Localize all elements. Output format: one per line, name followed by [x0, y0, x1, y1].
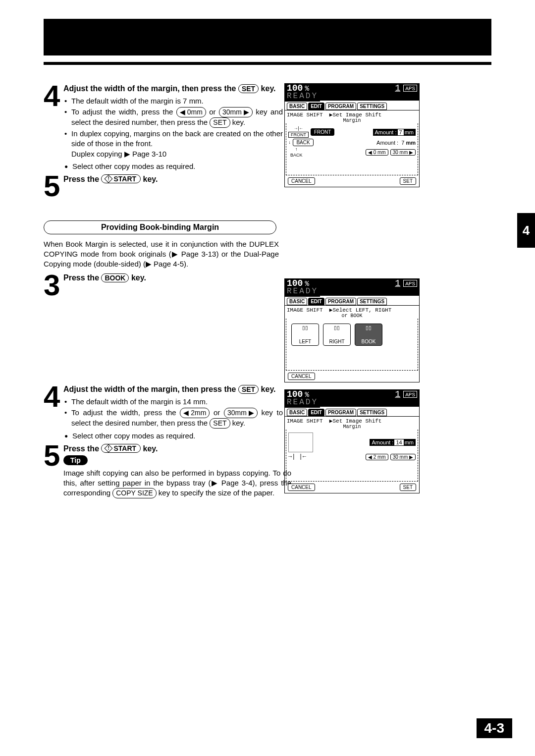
lcd-figure-2: 100 % READY 1 APS BASIC EDIT PROGRAM SET…: [284, 278, 420, 382]
dec-button[interactable]: ◀ 0 mm: [366, 149, 388, 156]
front-button[interactable]: FRONT: [311, 128, 334, 136]
tab-program[interactable]: PROGRAM: [325, 409, 356, 416]
tab-program[interactable]: PROGRAM: [325, 103, 356, 110]
amount: Amount :14mm: [370, 439, 416, 446]
copies: 1: [394, 390, 401, 407]
tab-settings[interactable]: SETTINGS: [357, 103, 387, 110]
tab-edit[interactable]: EDIT: [308, 103, 324, 110]
start-key: START: [101, 444, 141, 453]
lcd-figure-1: 100 % READY 1 APS BASIC EDIT PROGRAM SET…: [284, 83, 420, 187]
bullet: To adjust the width, press the ◀ 2mm or …: [64, 408, 283, 429]
bullet: The default width of the margin is 7 mm.: [64, 96, 283, 106]
bullet: To adjust the width, press the ◀ 0mm or …: [64, 107, 283, 128]
cancel-button[interactable]: CANCEL: [288, 484, 315, 491]
breadcrumb: IMAGE SHIFT: [287, 112, 323, 118]
set-key: SET: [238, 84, 259, 93]
copy-size-key: COPY SIZE: [112, 488, 156, 498]
dec-key: ◀ 2mm: [180, 408, 210, 418]
step-number: 5: [44, 173, 62, 199]
tip-badge: Tip: [63, 455, 88, 465]
note: Select other copy modes as required.: [64, 432, 283, 440]
step-title: Adjust the width of the margin, then pre…: [63, 84, 283, 93]
horizontal-rule: [44, 62, 491, 65]
breadcrumb: IMAGE SHIFT: [287, 307, 323, 313]
step-title: Press the START key.: [63, 444, 283, 453]
step-number: 5: [44, 443, 62, 468]
note: Select other copy modes as required.: [64, 162, 283, 170]
set-key: SET: [210, 418, 230, 429]
tab-basic[interactable]: BASIC: [287, 298, 307, 305]
sub-breadcrumb: Margin: [285, 118, 419, 123]
subheading: Providing Book-binding Margin: [44, 220, 276, 234]
set-button[interactable]: SET: [400, 484, 416, 491]
copies: 1: [394, 279, 401, 296]
tab-basic[interactable]: BASIC: [287, 409, 307, 416]
set-button[interactable]: SET: [400, 177, 416, 185]
inc-button[interactable]: 30 mm ▶: [390, 454, 416, 460]
step-3b: 3 Press the BOOK key.: [44, 272, 492, 298]
tab-settings[interactable]: SETTINGS: [357, 298, 387, 305]
opt-book[interactable]: ▯▯BOOK: [355, 324, 382, 346]
dec-button[interactable]: ◀ 2 mm: [366, 454, 388, 460]
book-key: BOOK: [101, 273, 129, 282]
tab-edit[interactable]: EDIT: [308, 298, 324, 305]
inc-button[interactable]: 30 mm ▶: [390, 149, 416, 156]
aps-badge: APS: [403, 391, 417, 398]
page-number: 4-3: [477, 718, 512, 738]
set-key: SET: [238, 385, 259, 394]
step-number: 4: [44, 83, 62, 108]
step-title: Press the BOOK key.: [63, 273, 283, 282]
back-button[interactable]: BACK: [293, 139, 313, 146]
status-ready: READY: [285, 92, 320, 102]
lcd-figure-3: 100 % READY 1 APS BASIC EDIT PROGRAM SET…: [284, 389, 420, 493]
step-5b: 5 Press the START key. Tip Image shift c…: [44, 443, 492, 501]
copies: 1: [394, 84, 401, 101]
step-title: Press the START key.: [63, 174, 283, 184]
step-number: 3: [44, 272, 62, 298]
book-icon: [288, 432, 313, 452]
tab-settings[interactable]: SETTINGS: [357, 409, 387, 416]
diamond-icon: [105, 444, 113, 452]
opt-right[interactable]: ▯▯RIGHT: [323, 324, 351, 346]
step-number: 4: [44, 384, 62, 409]
cancel-button[interactable]: CANCEL: [288, 373, 315, 380]
bullet: In duplex copying, margins on the back a…: [64, 129, 283, 159]
tab-edit[interactable]: EDIT: [308, 409, 324, 416]
set-key: SET: [210, 117, 230, 128]
paragraph: When Book Margin is selected, use it in …: [44, 239, 279, 270]
aps-badge: APS: [403, 280, 417, 287]
opt-left[interactable]: ▯▯LEFT: [291, 324, 319, 346]
cancel-button[interactable]: CANCEL: [288, 177, 315, 185]
step-5a: 5 Press the START key.: [44, 173, 492, 199]
start-key: START: [101, 174, 141, 183]
top-black-band: [44, 19, 491, 55]
amount-front: Amount :7mm: [373, 129, 416, 136]
step-4a: 4 Adjust the width of the margin, then p…: [44, 83, 492, 170]
diamond-icon: [105, 174, 113, 183]
dec-key: ◀ 0mm: [176, 107, 206, 117]
aps-badge: APS: [403, 85, 417, 92]
status-ready: READY: [285, 287, 320, 297]
breadcrumb: IMAGE SHIFT: [287, 418, 323, 424]
tab-program[interactable]: PROGRAM: [325, 298, 356, 305]
tip-text: Image shift copying can also be performe…: [63, 468, 291, 498]
tab-basic[interactable]: BASIC: [287, 103, 307, 110]
chapter-tab: 4: [517, 213, 535, 248]
status-ready: READY: [285, 398, 320, 408]
sub-breadcrumb: or BOOK: [285, 313, 419, 319]
inc-key: 30mm ▶: [219, 107, 253, 117]
step-4b: 4 Adjust the width of the margin, then p…: [44, 384, 492, 440]
sub-breadcrumb: Margin: [285, 424, 419, 430]
inc-key: 30mm ▶: [224, 408, 258, 418]
bullet: The default width of the margin is 14 mm…: [64, 397, 283, 407]
step-title: Adjust the width of the margin, then pre…: [63, 385, 283, 394]
